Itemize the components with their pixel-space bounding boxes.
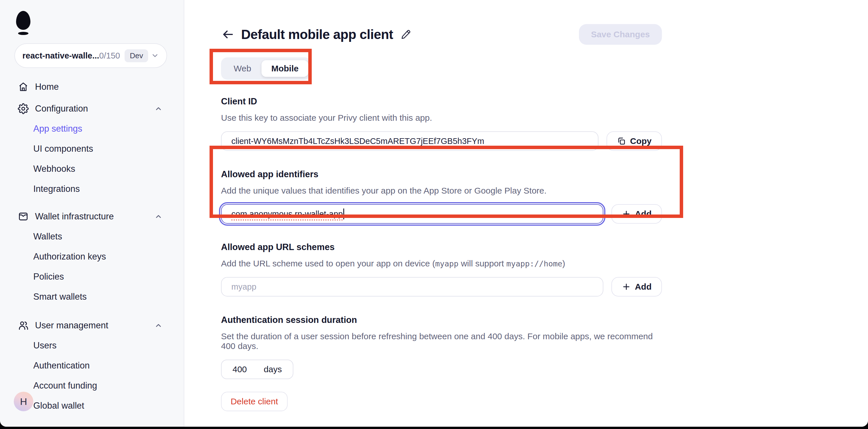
url-schemes-description: Add the URL scheme used to open your app… — [221, 259, 662, 268]
add-url-scheme-button[interactable]: Add — [611, 277, 662, 297]
platform-tabs: Web Mobile — [221, 57, 311, 80]
app-window: react-native-walle... 0/150 Dev Home Con… — [0, 0, 868, 427]
url-schemes-row: Add — [221, 277, 662, 297]
privy-egg-shadow — [18, 32, 28, 35]
sidebar-item-policies[interactable]: Policies — [0, 267, 184, 287]
sidebar-item-authentication[interactable]: Authentication — [0, 356, 184, 376]
client-id-input[interactable] — [221, 131, 598, 151]
client-id-description: Use this key to associate your Privy cli… — [221, 113, 662, 123]
privy-logo — [16, 11, 30, 35]
sidebar-item-label: Smart wallets — [33, 292, 87, 302]
session-duration-input[interactable]: 400 days — [221, 360, 293, 379]
delete-client-button[interactable]: Delete client — [221, 392, 288, 411]
arrow-left-icon — [221, 28, 235, 41]
sidebar-item-configuration[interactable]: Configuration — [0, 99, 184, 119]
edit-title-button[interactable] — [400, 29, 411, 40]
home-icon — [18, 81, 29, 92]
gear-icon — [18, 103, 29, 114]
app-identifier-value: com.anonymous.rn-wallet-app — [231, 209, 343, 219]
text-cursor — [343, 208, 344, 219]
chevron-up-icon — [154, 322, 162, 329]
chevron-up-icon — [154, 105, 162, 113]
copy-icon — [617, 136, 626, 146]
url-schemes-desc-code: myapp://home — [506, 259, 562, 268]
add-button-label: Add — [635, 282, 652, 292]
sidebar-item-user-management[interactable]: User management — [0, 316, 184, 335]
client-id-row: Copy — [221, 131, 662, 151]
add-identifier-button[interactable]: Add — [611, 204, 662, 224]
page-title: Default mobile app client — [241, 27, 393, 42]
user-avatar[interactable]: H — [14, 392, 33, 411]
sidebar-item-users[interactable]: Users — [0, 335, 184, 356]
workspace-name: react-native-walle... — [22, 51, 99, 61]
sidebar-item-ui-components[interactable]: UI components — [0, 139, 184, 159]
app-identifier-input[interactable]: com.anonymous.rn-wallet-app — [221, 204, 603, 224]
sidebar-item-wallet-infrastructure[interactable]: Wallet infrastructure — [0, 206, 184, 227]
sidebar-item-label: User management — [35, 320, 108, 331]
url-schemes-desc-text: will support — [458, 259, 506, 268]
copy-button[interactable]: Copy — [607, 131, 662, 151]
sidebar-item-wallets[interactable]: Wallets — [0, 227, 184, 246]
copy-button-label: Copy — [630, 136, 652, 146]
sidebar-item-label: UI components — [33, 144, 93, 154]
wallet-icon — [18, 211, 29, 222]
sidebar-item-label: Account funding — [33, 381, 97, 391]
sidebar-item-label: Wallets — [33, 231, 62, 242]
plus-icon — [622, 282, 631, 291]
page-header: Default mobile app client Save Changes — [221, 24, 662, 45]
chevron-up-icon — [154, 212, 162, 221]
sidebar-item-label: Webhooks — [33, 164, 75, 174]
tab-web[interactable]: Web — [224, 60, 261, 77]
app-identifiers-description: Add the unique values that identifies yo… — [221, 186, 662, 196]
sidebar-item-label: Wallet infrastructure — [35, 211, 114, 222]
sidebar-item-label: Integrations — [33, 184, 80, 194]
session-duration-value: 400 — [232, 364, 247, 374]
session-duration-description: Set the duration of a user session befor… — [221, 331, 662, 351]
sidebar-item-label: Authentication — [33, 360, 90, 371]
url-schemes-desc-code: myapp — [435, 259, 458, 268]
session-duration-unit: days — [264, 364, 282, 374]
sidebar-nav: Home Configuration App settings UI compo… — [0, 77, 184, 416]
url-schemes-label: Allowed app URL schemes — [221, 242, 662, 252]
sidebar-item-app-settings[interactable]: App settings — [0, 119, 184, 139]
session-duration-label: Authentication session duration — [221, 315, 662, 325]
pencil-icon — [400, 29, 411, 40]
sidebar-item-home[interactable]: Home — [0, 77, 184, 97]
back-button[interactable] — [221, 28, 235, 41]
sidebar-item-smart-wallets[interactable]: Smart wallets — [0, 287, 184, 307]
sidebar-item-integrations[interactable]: Integrations — [0, 179, 184, 199]
sidebar-item-label: Policies — [33, 271, 64, 282]
chevron-down-icon — [151, 52, 159, 60]
main-content: Default mobile app client Save Changes W… — [184, 0, 868, 427]
url-schemes-desc-text: Add the URL scheme used to open your app… — [221, 259, 435, 268]
env-badge: Dev — [125, 49, 148, 62]
privy-egg-icon — [16, 11, 30, 30]
sidebar-item-label: App settings — [33, 124, 82, 134]
save-changes-button[interactable]: Save Changes — [579, 24, 662, 45]
app-identifiers-label: Allowed app identifiers — [221, 169, 662, 179]
workspace-selector[interactable]: react-native-walle... 0/150 Dev — [14, 43, 167, 68]
sidebar-item-webhooks[interactable]: Webhooks — [0, 159, 184, 179]
sidebar-item-label: Users — [33, 340, 57, 351]
client-id-label: Client ID — [221, 96, 662, 107]
sidebar-item-label: Configuration — [35, 103, 88, 114]
users-icon — [18, 320, 29, 331]
sidebar-item-label: Authorization keys — [33, 252, 106, 262]
sidebar-item-label: Home — [35, 82, 59, 92]
workspace-usage-count: 0/150 — [99, 51, 120, 61]
app-identifiers-row: com.anonymous.rn-wallet-app Add — [221, 204, 662, 224]
add-button-label: Add — [635, 209, 652, 219]
sidebar-item-label: Global wallet — [33, 401, 84, 411]
url-scheme-input[interactable] — [221, 277, 603, 297]
avatar-initial: H — [20, 396, 27, 407]
url-schemes-desc-text: ) — [562, 259, 565, 268]
sidebar: react-native-walle... 0/150 Dev Home Con… — [0, 0, 184, 427]
plus-icon — [622, 209, 631, 219]
sidebar-item-authorization-keys[interactable]: Authorization keys — [0, 246, 184, 267]
tab-mobile[interactable]: Mobile — [261, 60, 308, 77]
